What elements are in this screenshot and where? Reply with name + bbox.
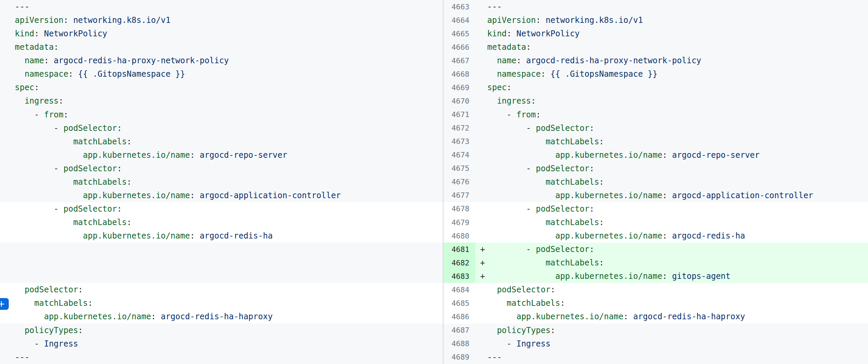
- code-line: ingress:: [0, 94, 443, 108]
- line-number[interactable]: 4674: [443, 148, 475, 162]
- code-line: matchLabels:: [475, 216, 868, 229]
- code-line: app.kubernetes.io/name: argocd-applicati…: [475, 189, 868, 202]
- code-line: ---: [475, 0, 868, 13]
- diff-row: policyTypes:: [0, 324, 443, 337]
- code-line: - podSelector:: [475, 202, 868, 216]
- code-line: policyTypes:: [475, 324, 868, 337]
- code-line: namespace: {{ .GitopsNamespace }}: [475, 67, 868, 81]
- code-line: [0, 256, 443, 269]
- diff-row: [0, 256, 443, 269]
- line-number[interactable]: 4683: [443, 269, 475, 283]
- line-number[interactable]: 4685: [443, 296, 475, 310]
- diff-row: 4676 matchLabels:: [443, 175, 868, 189]
- code-line: spec:: [475, 81, 868, 94]
- diff-row: matchLabels:: [0, 216, 443, 229]
- diff-row: apiVersion: networking.k8s.io/v1: [0, 13, 443, 27]
- line-number[interactable]: 4679: [443, 216, 475, 229]
- line-number[interactable]: 4668: [443, 67, 475, 81]
- line-number[interactable]: 4667: [443, 54, 475, 67]
- diff-row-added: 4682+ matchLabels:: [443, 256, 868, 269]
- code-line: - podSelector:: [475, 122, 868, 135]
- diff-row: ingress:: [0, 94, 443, 108]
- diff-row: 4675 - podSelector:: [443, 162, 868, 175]
- code-line: - podSelector:: [0, 122, 443, 135]
- line-number[interactable]: 4676: [443, 175, 475, 189]
- line-number[interactable]: 4686: [443, 310, 475, 323]
- code-line: matchLabels:: [0, 216, 443, 229]
- line-number[interactable]: 4684: [443, 283, 475, 296]
- line-number[interactable]: 4689: [443, 351, 475, 364]
- diff-row: podSelector:: [0, 283, 443, 296]
- code-line: kind: NetworkPolicy: [475, 27, 868, 40]
- diff-row: 4674 app.kubernetes.io/name: argocd-repo…: [443, 148, 868, 162]
- line-number[interactable]: 4664: [443, 13, 475, 27]
- code-line: [0, 269, 443, 283]
- line-number[interactable]: 4677: [443, 189, 475, 202]
- code-line: app.kubernetes.io/name: argocd-redis-ha: [0, 229, 443, 242]
- line-number[interactable]: 4671: [443, 108, 475, 122]
- code-line: spec:: [0, 81, 443, 94]
- diff-row: 4670 ingress:: [443, 94, 868, 108]
- diff-left-pane: ---apiVersion: networking.k8s.io/v1kind:…: [0, 0, 443, 364]
- diff-row: 4673 matchLabels:: [443, 135, 868, 148]
- diff-row: ---: [0, 0, 443, 13]
- add-comment-button[interactable]: +: [0, 298, 9, 310]
- code-line: + app.kubernetes.io/name: gitops-agent: [475, 269, 868, 283]
- line-number[interactable]: 4678: [443, 202, 475, 216]
- code-line: matchLabels:: [0, 135, 443, 148]
- code-line: - Ingress: [475, 337, 868, 351]
- code-line: namespace: {{ .GitopsNamespace }}: [0, 67, 443, 81]
- diff-row: 4663---: [443, 0, 868, 13]
- diff-row: 4664apiVersion: networking.k8s.io/v1: [443, 13, 868, 27]
- code-line: metadata:: [475, 40, 868, 54]
- diff-row: 4667 name: argocd-redis-ha-proxy-network…: [443, 54, 868, 67]
- diff-row-added: 4681+ - podSelector:: [443, 242, 868, 256]
- diff-row: ---: [0, 351, 443, 364]
- code-line: matchLabels:: [475, 135, 868, 148]
- code-line: + - podSelector:: [475, 242, 868, 256]
- line-number[interactable]: 4673: [443, 135, 475, 148]
- code-line: policyTypes:: [0, 324, 443, 337]
- code-line: app.kubernetes.io/name: argocd-redis-ha-…: [475, 310, 868, 323]
- diff-row: kind: NetworkPolicy: [0, 27, 443, 40]
- line-number[interactable]: 4681: [443, 242, 475, 256]
- line-number[interactable]: 4665: [443, 27, 475, 40]
- code-line: + matchLabels:: [475, 256, 868, 269]
- code-line: podSelector:: [475, 283, 868, 296]
- diff-row: 4689---: [443, 351, 868, 364]
- line-number[interactable]: 4687: [443, 324, 475, 337]
- line-number[interactable]: 4688: [443, 337, 475, 351]
- diff-row: - podSelector:: [0, 162, 443, 175]
- diff-marker-added: +: [480, 244, 485, 254]
- line-number[interactable]: 4666: [443, 40, 475, 54]
- code-line: name: argocd-redis-ha-proxy-network-poli…: [475, 54, 868, 67]
- diff-row: 4665kind: NetworkPolicy: [443, 27, 868, 40]
- code-line: - podSelector:: [475, 162, 868, 175]
- diff-row: 4679 matchLabels:: [443, 216, 868, 229]
- diff-row: 4688 - Ingress: [443, 337, 868, 351]
- diff-row: 4685 matchLabels:: [443, 296, 868, 310]
- code-line: matchLabels:: [0, 175, 443, 189]
- diff-row: [0, 242, 443, 256]
- code-line: matchLabels:: [0, 296, 443, 310]
- code-line: podSelector:: [0, 283, 443, 296]
- diff-row: matchLabels:: [0, 135, 443, 148]
- diff-row: 4669spec:: [443, 81, 868, 94]
- line-number[interactable]: 4672: [443, 122, 475, 135]
- line-number[interactable]: 4675: [443, 162, 475, 175]
- plus-icon: +: [0, 299, 5, 308]
- diff-right-pane: 4663---4664apiVersion: networking.k8s.io…: [443, 0, 868, 364]
- diff-row: 4671 - from:: [443, 108, 868, 122]
- line-number[interactable]: 4682: [443, 256, 475, 269]
- diff-row: [0, 269, 443, 283]
- diff-row: matchLabels:: [0, 296, 443, 310]
- line-number[interactable]: 4669: [443, 81, 475, 94]
- code-line: [0, 242, 443, 256]
- diff-row: app.kubernetes.io/name: argocd-redis-ha: [0, 229, 443, 242]
- diff-row: 4672 - podSelector:: [443, 122, 868, 135]
- line-number[interactable]: 4670: [443, 94, 475, 108]
- diff-row: app.kubernetes.io/name: argocd-repo-serv…: [0, 148, 443, 162]
- diff-row: 4684 podSelector:: [443, 283, 868, 296]
- line-number[interactable]: 4680: [443, 229, 475, 242]
- line-number[interactable]: 4663: [443, 0, 475, 13]
